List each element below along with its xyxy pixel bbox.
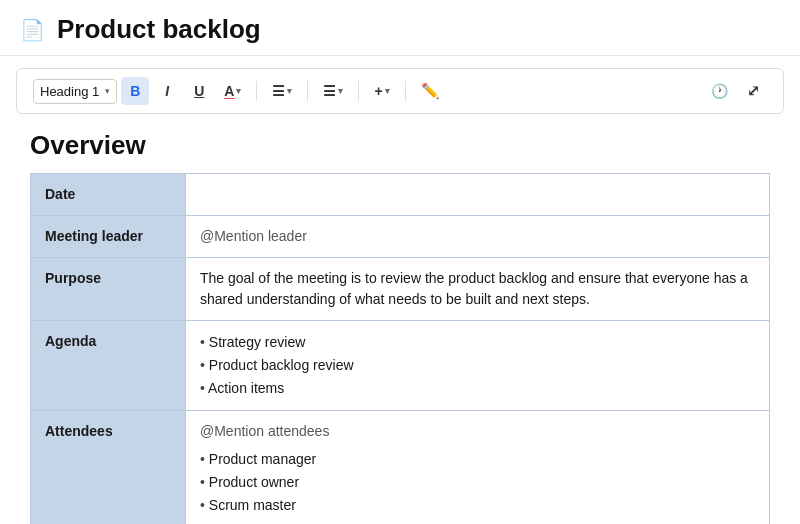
table-row: Meeting leader @Mention leader <box>31 216 770 258</box>
mention-leader: @Mention leader <box>200 228 307 244</box>
row-label-meeting-leader: Meeting leader <box>31 216 186 258</box>
font-color-button[interactable]: A ▾ <box>217 77 248 105</box>
row-value-agenda[interactable]: Strategy review Product backlog review A… <box>186 321 770 411</box>
align-icon: ☰ <box>272 83 285 99</box>
insert-button[interactable]: + ▾ <box>367 77 396 105</box>
row-label-date: Date <box>31 174 186 216</box>
bold-button[interactable]: B <box>121 77 149 105</box>
editor-toolbar: Heading 1 ▾ B I U A ▾ ☰ ▾ ☰ ▾ + ▾ ✏️ 🕐 ⤢ <box>16 68 784 114</box>
list-arrow: ▾ <box>338 86 343 96</box>
row-value-meeting-leader[interactable]: @Mention leader <box>186 216 770 258</box>
list-item: Product backlog review <box>200 354 755 377</box>
expand-icon: ⤢ <box>747 82 760 100</box>
divider-3 <box>358 81 359 101</box>
row-value-date[interactable] <box>186 174 770 216</box>
insert-arrow: ▾ <box>385 86 390 96</box>
divider-2 <box>307 81 308 101</box>
row-label-attendees: Attendees <box>31 411 186 525</box>
table-row: Purpose The goal of the meeting is to re… <box>31 258 770 321</box>
align-button[interactable]: ☰ ▾ <box>265 77 299 105</box>
list-item: Action items <box>200 377 755 400</box>
meeting-table: Date Meeting leader @Mention leader Purp… <box>30 173 770 524</box>
plus-icon: + <box>374 83 382 99</box>
align-arrow: ▾ <box>287 86 292 96</box>
table-row: Agenda Strategy review Product backlog r… <box>31 321 770 411</box>
clock-button[interactable]: 🕐 <box>704 77 735 105</box>
divider-4 <box>405 81 406 101</box>
editor-content: Overview Date Meeting leader @Mention le… <box>0 130 800 524</box>
italic-button[interactable]: I <box>153 77 181 105</box>
agenda-list: Strategy review Product backlog review A… <box>200 331 755 400</box>
list-icon: ☰ <box>323 83 336 99</box>
mention-attendees: @Mention attendees <box>200 423 329 439</box>
list-item: Product owner <box>200 471 755 494</box>
page-header: 📄 Product backlog <box>0 0 800 56</box>
font-color-arrow: ▾ <box>236 86 241 96</box>
row-value-attendees[interactable]: @Mention attendees Product manager Produ… <box>186 411 770 525</box>
list-button[interactable]: ☰ ▾ <box>316 77 350 105</box>
clock-icon: 🕐 <box>711 83 728 99</box>
heading-select-arrow: ▾ <box>105 86 110 96</box>
list-item: Scrum master <box>200 494 755 517</box>
page-title: Product backlog <box>57 14 261 45</box>
divider-1 <box>256 81 257 101</box>
row-value-purpose[interactable]: The goal of the meeting is to review the… <box>186 258 770 321</box>
table-row: Attendees @Mention attendees Product man… <box>31 411 770 525</box>
heading-select-label: Heading 1 <box>40 84 99 99</box>
underline-button[interactable]: U <box>185 77 213 105</box>
row-label-agenda: Agenda <box>31 321 186 411</box>
row-label-purpose: Purpose <box>31 258 186 321</box>
list-item: Strategy review <box>200 331 755 354</box>
attendees-list: Product manager Product owner Scrum mast… <box>200 448 755 517</box>
page-icon: 📄 <box>20 18 45 42</box>
magic-icon: ✏️ <box>421 82 440 100</box>
magic-button[interactable]: ✏️ <box>414 77 447 105</box>
expand-button[interactable]: ⤢ <box>739 77 767 105</box>
heading-select[interactable]: Heading 1 ▾ <box>33 79 117 104</box>
table-row: Date <box>31 174 770 216</box>
list-item: Product manager <box>200 448 755 471</box>
section-heading: Overview <box>30 130 770 161</box>
